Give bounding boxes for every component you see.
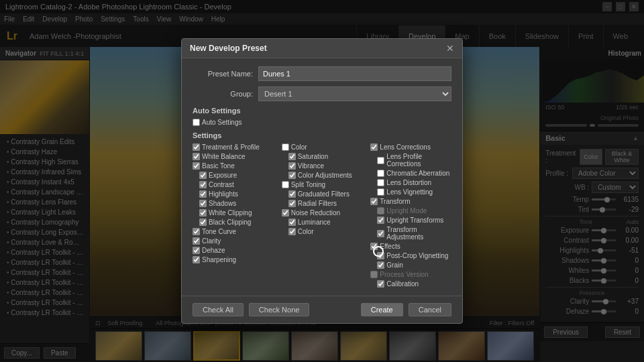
- settings-col-3: Lens Corrections Lens Profile Correction…: [370, 143, 451, 288]
- cb-lens-corrections[interactable]: Lens Corrections: [370, 143, 451, 151]
- cb-lens-profile[interactable]: Lens Profile Corrections: [370, 153, 451, 168]
- auto-settings-input[interactable]: [193, 119, 200, 126]
- cb-lens-vignetting[interactable]: Lens Vignetting: [370, 188, 451, 196]
- cb-noise-reduction[interactable]: Noise Reduction: [282, 209, 363, 217]
- cb-upright-mode[interactable]: Upright Mode: [370, 207, 451, 215]
- cb-process-version[interactable]: Process Version: [370, 271, 451, 278]
- modal-title: New Develop Preset: [190, 44, 267, 53]
- cancel-button[interactable]: Cancel: [409, 303, 451, 316]
- cb-highlights[interactable]: Highlights: [193, 190, 274, 198]
- cb-split-toning[interactable]: Split Toning: [282, 181, 363, 188]
- preset-name-row: Preset Name:: [193, 66, 451, 81]
- cb-shadows[interactable]: Shadows: [193, 200, 274, 207]
- modal-footer: Check All Check None Create Cancel: [182, 296, 462, 323]
- cb-luminance[interactable]: Luminance: [282, 219, 363, 226]
- preset-name-input[interactable]: [258, 66, 451, 81]
- modal-header: New Develop Preset ✕: [182, 39, 462, 58]
- modal-close-button[interactable]: ✕: [446, 43, 454, 54]
- modal-overlay: New Develop Preset ✕ Preset Name: Group:…: [0, 0, 644, 362]
- auto-settings-title: Auto Settings: [193, 107, 451, 115]
- cb-radial-filters[interactable]: Radial Filters: [282, 200, 363, 207]
- cb-basic-tone[interactable]: Basic Tone: [193, 162, 274, 170]
- cb-graduated-filters[interactable]: Graduated Filters: [282, 190, 363, 198]
- cb-white-balance[interactable]: White Balance: [193, 153, 274, 160]
- cb-dehaze[interactable]: Dehaze: [193, 247, 274, 254]
- auto-settings-checkbox[interactable]: Auto Settings: [193, 119, 451, 126]
- cb-black-clipping[interactable]: Black Clipping: [193, 219, 274, 226]
- check-all-button[interactable]: Check All: [193, 303, 244, 316]
- cb-upright-transforms[interactable]: Upright Transforms: [370, 217, 451, 224]
- cb-grain[interactable]: Grain: [370, 261, 451, 269]
- cb-color[interactable]: Color: [282, 143, 363, 151]
- cb-white-clipping[interactable]: White Clipping: [193, 209, 274, 217]
- cb-color2[interactable]: Color: [282, 228, 363, 235]
- cb-sharpening[interactable]: Sharpening: [193, 256, 274, 263]
- group-select[interactable]: Desert 1: [258, 86, 451, 101]
- create-button[interactable]: Create: [361, 303, 403, 316]
- settings-col-2: Color Saturation Vibrance Color Adjustme…: [282, 143, 363, 288]
- cb-contrast[interactable]: Contrast: [193, 181, 274, 188]
- settings-title: Settings: [193, 131, 451, 139]
- cb-tone-curve[interactable]: Tone Curve: [193, 228, 274, 235]
- auto-settings-section: Auto Settings Auto Settings: [193, 107, 451, 126]
- preset-name-label: Preset Name:: [193, 70, 253, 78]
- cb-transform[interactable]: Transform: [370, 198, 451, 205]
- cb-treatment-profile[interactable]: Treatment & Profile: [193, 143, 274, 151]
- new-develop-preset-dialog: New Develop Preset ✕ Preset Name: Group:…: [181, 38, 463, 324]
- settings-col-1: Treatment & Profile White Balance Basic …: [193, 143, 274, 288]
- group-row: Group: Desert 1: [193, 86, 451, 101]
- cb-exposure[interactable]: Exposure: [193, 172, 274, 179]
- cb-lens-distortion[interactable]: Lens Distortion: [370, 179, 451, 186]
- cb-clarity[interactable]: Clarity: [193, 237, 274, 245]
- settings-section: Settings Treatment & Profile White Balan…: [193, 131, 451, 288]
- cb-chromatic-aberration[interactable]: Chromatic Aberration: [370, 170, 451, 177]
- cb-vibrance[interactable]: Vibrance: [282, 162, 363, 170]
- check-none-button[interactable]: Check None: [249, 303, 310, 316]
- group-label: Group:: [193, 90, 253, 98]
- cb-effects[interactable]: Effects: [370, 243, 451, 250]
- cb-post-crop[interactable]: Post-Crop Vignetting: [370, 252, 451, 259]
- cb-transform-adjustments[interactable]: Transform Adjustments: [370, 226, 451, 241]
- cb-calibration[interactable]: Calibration: [370, 280, 451, 288]
- cb-color-adjustments[interactable]: Color Adjustments: [282, 172, 363, 179]
- cb-saturation[interactable]: Saturation: [282, 153, 363, 160]
